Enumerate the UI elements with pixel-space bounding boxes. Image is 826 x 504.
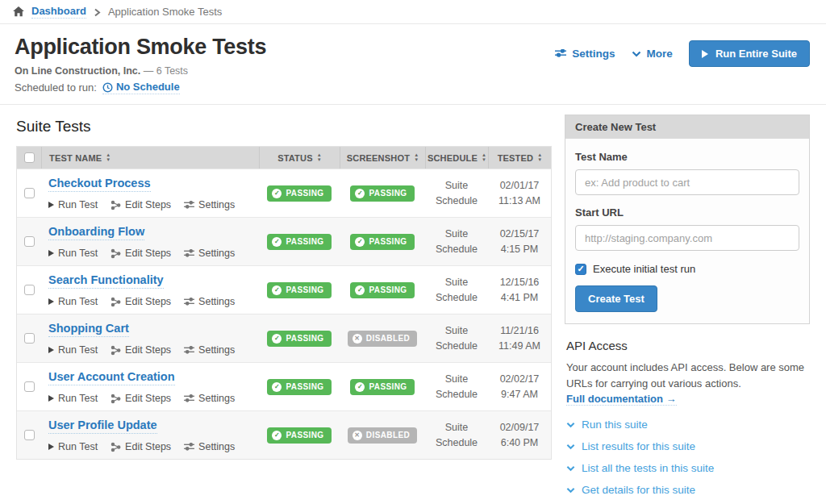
test-name-cell: User Account Creation Run Test [41,369,259,404]
test-settings-link[interactable]: Settings [184,393,235,404]
schedule-prefix: Scheduled to run: [15,81,97,94]
sliders-icon [184,393,194,404]
play-icon [48,250,54,256]
api-link[interactable]: List results for this suite [566,440,695,452]
run-test-link[interactable]: Run Test [48,441,98,452]
row-checkbox[interactable] [24,285,35,295]
edit-steps-link[interactable]: Edit Steps [111,344,171,356]
test-name-link[interactable]: Onboarding Flow [48,225,144,240]
screenshot-badge[interactable]: ✕ DISABLED [348,427,417,444]
test-settings-link[interactable]: Settings [184,344,235,356]
api-link-item: Run this suite [566,417,810,431]
steps-nodes-icon [111,441,121,452]
status-badge[interactable]: ✓ PASSING [267,234,331,250]
test-name-input[interactable] [575,169,799,195]
api-link-item: Get details for this suite [566,482,810,497]
run-test-link[interactable]: Run Test [48,296,98,307]
row-checkbox[interactable] [24,188,35,198]
column-header-schedule[interactable]: SCHEDULE ▲▼ [425,147,488,169]
more-button[interactable]: More [632,48,673,60]
breadcrumb-dashboard-link[interactable]: Dashboard [31,5,86,19]
test-settings-link[interactable]: Settings [184,199,235,210]
run-test-link[interactable]: Run Test [48,393,98,404]
sort-icon: ▲▼ [537,153,542,162]
screenshot-cell: ✓ PASSING [340,185,425,202]
no-schedule-link[interactable]: No Schedule [102,81,180,94]
sort-icon: ▲▼ [482,153,486,162]
tested-cell: 12/15/16 4:41 PM [488,275,551,304]
screenshot-badge[interactable]: ✓ PASSING [350,282,414,298]
run-entire-suite-button[interactable]: Run Entire Suite [689,40,810,67]
execute-initial-checkbox[interactable] [575,264,586,275]
test-name-link[interactable]: Shopping Cart [48,322,129,337]
status-badge[interactable]: ✓ PASSING [267,282,331,298]
schedule-cell: Suite Schedule [425,372,488,401]
row-checkbox-cell [17,188,41,198]
column-header-test-name[interactable]: TEST NAME ▲▼ [41,147,259,169]
badge-state-icon: ✓ [355,189,365,198]
status-badge[interactable]: ✓ PASSING [267,379,331,395]
api-link[interactable]: Run this suite [566,419,648,431]
badge-state-icon: ✓ [272,334,282,344]
row-actions: Run Test [48,344,259,356]
breadcrumb-current: Application Smoke Tests [108,6,222,18]
row-checkbox[interactable] [24,430,35,440]
edit-steps-link[interactable]: Edit Steps [111,248,171,259]
edit-steps-link[interactable]: Edit Steps [111,296,171,307]
run-test-link[interactable]: Run Test [48,248,98,259]
test-settings-link[interactable]: Settings [184,296,235,307]
badge-state-icon: ✓ [272,189,282,198]
screenshot-badge[interactable]: ✓ PASSING [350,379,414,395]
api-link[interactable]: Get details for this suite [566,484,695,496]
screenshot-badge[interactable]: ✓ PASSING [350,185,414,202]
start-url-input[interactable] [575,225,799,251]
sliders-icon [184,296,194,307]
badge-state-icon: ✕ [353,334,362,344]
column-header-screenshot[interactable]: SCREENSHOT ▲▼ [340,147,425,169]
badge-state-icon: ✓ [272,285,282,295]
test-name-cell: User Profile Update Run Test [41,418,259,452]
test-count: — 6 Tests [144,65,188,77]
schedule-cell: Suite Schedule [425,420,488,449]
edit-steps-link[interactable]: Edit Steps [111,199,171,210]
api-access-heading: API Access [566,339,810,352]
column-header-tested[interactable]: TESTED ▲▼ [488,147,551,169]
screenshot-badge[interactable]: ✓ PASSING [350,234,414,250]
schedule-line: Scheduled to run: No Schedule [15,81,810,94]
full-documentation-link[interactable]: Full documentation → [566,393,677,406]
tested-cell: 02/15/17 4:15 PM [488,227,551,256]
screenshot-cell: ✕ DISABLED [340,427,425,444]
select-all-checkbox[interactable] [24,152,35,163]
row-checkbox[interactable] [24,381,35,392]
column-header-status[interactable]: STATUS ▲▼ [259,147,340,169]
api-link[interactable]: List all the tests in this suite [566,462,714,474]
test-name-link[interactable]: Checkout Process [48,177,151,192]
status-badge[interactable]: ✓ PASSING [267,331,331,347]
home-icon[interactable] [13,6,24,17]
badge-state-icon: ✓ [272,382,282,392]
row-checkbox[interactable] [24,333,35,344]
status-badge[interactable]: ✓ PASSING [267,185,331,202]
play-icon [48,202,54,208]
row-actions: Run Test [48,296,259,307]
row-actions: Run Test [48,441,259,452]
test-name-link[interactable]: User Account Creation [48,370,175,385]
status-badge[interactable]: ✓ PASSING [267,427,331,444]
test-settings-link[interactable]: Settings [184,248,235,259]
row-checkbox[interactable] [24,236,35,247]
run-test-link[interactable]: Run Test [48,344,98,356]
edit-steps-link[interactable]: Edit Steps [111,441,171,452]
steps-nodes-icon [111,199,121,210]
badge-state-icon: ✓ [355,237,365,247]
create-test-button[interactable]: Create Test [575,285,657,312]
test-settings-link[interactable]: Settings [184,441,235,452]
create-panel-title: Create New Test [565,115,809,139]
suite-settings-button[interactable]: Settings [555,48,615,60]
test-name-link[interactable]: Search Functionality [48,273,164,289]
run-test-link[interactable]: Run Test [48,199,98,210]
test-name-link[interactable]: User Profile Update [48,419,157,434]
status-cell: ✓ PASSING [259,331,340,347]
edit-steps-link[interactable]: Edit Steps [111,393,171,404]
tested-cell: 02/09/17 6:40 PM [488,420,551,449]
screenshot-badge[interactable]: ✕ DISABLED [348,331,417,347]
